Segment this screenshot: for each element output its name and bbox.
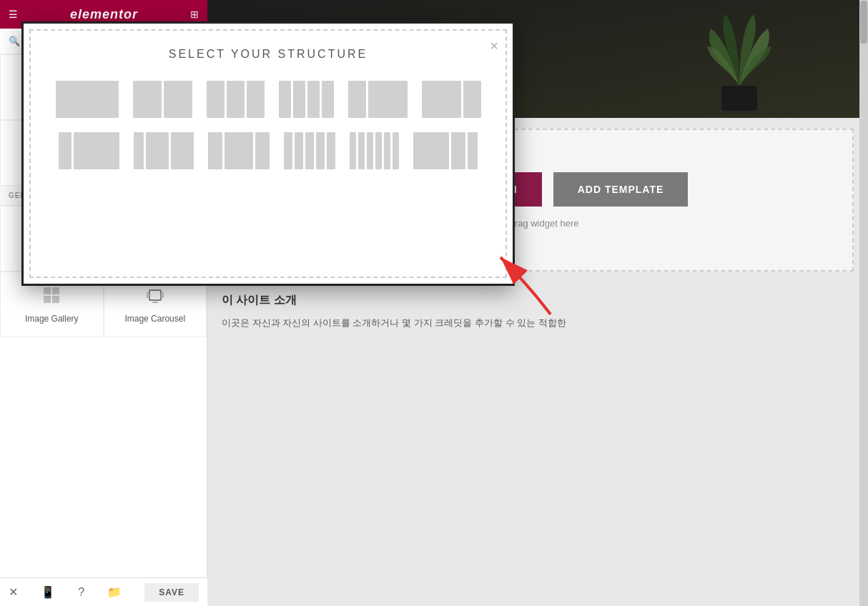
close-icon[interactable]: ✕ xyxy=(9,585,18,599)
hamburger-icon[interactable]: ☰ xyxy=(9,9,18,20)
structure-option-5col[interactable] xyxy=(281,129,338,172)
structure-option-1col[interactable] xyxy=(53,78,122,121)
svg-rect-23 xyxy=(149,290,161,300)
structure-option-3col[interactable] xyxy=(204,78,267,121)
dialog-inner: × SELECT YOUR STRUCTURE xyxy=(29,29,507,278)
korean-heading: 이 사이트 소개 xyxy=(222,293,854,308)
korean-body: 이곳은 자신과 자신의 사이트를 소개하거나 몇 가지 크레딧을 추가할 수 있… xyxy=(222,315,854,331)
structure-option-2-1[interactable] xyxy=(419,78,484,121)
korean-text-area: 이 사이트 소개 이곳은 자신과 자신의 사이트를 소개하거나 몇 가지 크레딧… xyxy=(222,293,854,331)
structure-option-small-big[interactable] xyxy=(131,129,197,172)
svg-rect-22 xyxy=(52,296,59,303)
dialog-close-button[interactable]: × xyxy=(490,38,498,54)
grid-icon[interactable]: ⊞ xyxy=(190,9,199,20)
structure-option-1-3[interactable] xyxy=(56,129,122,172)
help-icon[interactable]: ? xyxy=(78,586,84,599)
scrollbar-thumb[interactable] xyxy=(860,1,867,44)
save-button[interactable]: SAVE xyxy=(144,583,199,602)
structure-row-1 xyxy=(42,78,494,121)
svg-rect-24 xyxy=(147,292,149,298)
svg-rect-20 xyxy=(52,287,59,294)
svg-rect-25 xyxy=(161,292,164,298)
image-carousel-icon xyxy=(145,285,165,309)
svg-rect-21 xyxy=(44,296,51,303)
structure-option-2col[interactable] xyxy=(130,78,195,121)
mobile-icon[interactable]: 📱 xyxy=(41,585,55,599)
add-template-button[interactable]: ADD TEMPLATE xyxy=(553,172,689,207)
structure-option-4col[interactable] xyxy=(276,78,337,121)
structure-option-wide-narrow[interactable] xyxy=(410,129,480,172)
structure-option-6col[interactable] xyxy=(347,129,402,172)
widget-label-image-gallery: Image Gallery xyxy=(25,314,79,324)
svg-rect-19 xyxy=(44,287,51,294)
widget-label-image-carousel: Image Carousel xyxy=(124,314,185,324)
elementor-logo: elementor xyxy=(70,7,138,22)
structure-dialog: × SELECT YOUR STRUCTURE xyxy=(21,21,515,286)
scrollbar[interactable] xyxy=(859,0,868,606)
structure-row-2 xyxy=(42,129,494,172)
structure-option-1-2[interactable] xyxy=(345,78,410,121)
image-gallery-icon xyxy=(41,285,61,309)
folder-icon[interactable]: 📁 xyxy=(107,585,122,599)
svg-rect-28 xyxy=(721,86,757,111)
bottom-bar: ✕ 📱 ? 📁 SAVE xyxy=(0,577,207,606)
dialog-title: SELECT YOUR STRUCTURE xyxy=(42,48,494,61)
structure-option-3-narrow[interactable] xyxy=(205,129,272,172)
